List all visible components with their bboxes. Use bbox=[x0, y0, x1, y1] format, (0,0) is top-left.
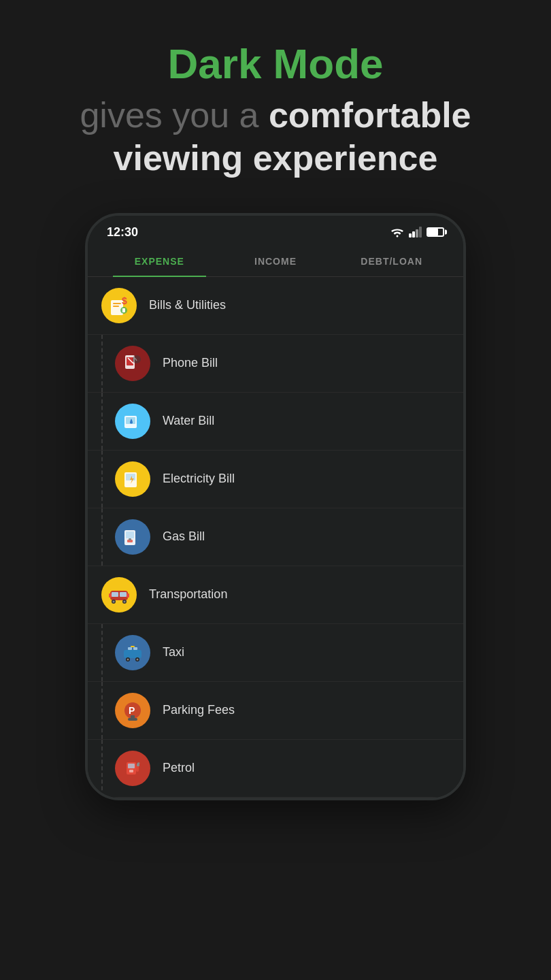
svg-rect-49 bbox=[137, 764, 139, 766]
tab-bar: EXPENSE INCOME DEBT/LOAN bbox=[88, 246, 463, 277]
tab-income[interactable]: INCOME bbox=[218, 246, 334, 276]
svg-rect-5 bbox=[113, 303, 121, 304]
list-item[interactable]: Electricity Bill bbox=[88, 451, 463, 508]
svg-rect-1 bbox=[412, 231, 415, 238]
svg-rect-6 bbox=[113, 306, 119, 307]
transportation-label: Transportation bbox=[149, 587, 227, 602]
tab-expense[interactable]: EXPENSE bbox=[101, 246, 218, 276]
svg-rect-40 bbox=[131, 646, 135, 647]
electricity-bill-label: Electricity Bill bbox=[163, 472, 235, 486]
svg-text:$: $ bbox=[122, 295, 127, 306]
water-bill-label: Water Bill bbox=[163, 414, 214, 428]
dark-mode-title: Dark Mode bbox=[27, 41, 524, 87]
svg-rect-31 bbox=[109, 593, 112, 598]
bills-utilities-label: Bills & Utilities bbox=[149, 298, 226, 312]
signal-icon bbox=[409, 227, 422, 238]
list-item[interactable]: Taxi bbox=[88, 624, 463, 682]
svg-rect-33 bbox=[124, 650, 141, 658]
svg-point-37 bbox=[127, 658, 129, 660]
expense-list: $ Bills & Utilities Phone bbox=[88, 277, 463, 798]
taxi-icon bbox=[115, 635, 150, 670]
list-item[interactable]: Phone Bill bbox=[88, 335, 463, 393]
svg-rect-2 bbox=[416, 229, 418, 238]
svg-rect-44 bbox=[131, 715, 135, 719]
svg-rect-34 bbox=[128, 647, 132, 650]
svg-rect-21 bbox=[126, 532, 134, 538]
status-icons bbox=[390, 227, 444, 238]
svg-point-39 bbox=[137, 658, 139, 660]
svg-rect-46 bbox=[128, 764, 135, 768]
petrol-label: Petrol bbox=[163, 761, 195, 775]
gas-bill-icon bbox=[115, 519, 150, 555]
svg-rect-26 bbox=[120, 592, 127, 597]
svg-rect-47 bbox=[129, 770, 133, 772]
petrol-icon bbox=[115, 751, 150, 786]
svg-rect-23 bbox=[129, 538, 131, 540]
status-bar: 12:30 bbox=[88, 216, 463, 246]
battery-icon bbox=[427, 227, 444, 237]
svg-rect-35 bbox=[133, 647, 137, 650]
header-section: Dark Mode gives you a comfortable viewin… bbox=[0, 0, 551, 199]
wifi-icon bbox=[390, 227, 405, 238]
svg-point-28 bbox=[113, 600, 115, 602]
svg-point-15 bbox=[133, 355, 141, 363]
list-item[interactable]: $ Bills & Utilities bbox=[88, 277, 463, 335]
phone-bill-icon bbox=[115, 346, 150, 381]
taxi-label: Taxi bbox=[163, 645, 184, 659]
tab-debt-loan[interactable]: DEBT/LOAN bbox=[333, 246, 450, 276]
svg-rect-32 bbox=[127, 593, 129, 598]
bills-utilities-icon: $ bbox=[101, 288, 137, 323]
svg-rect-3 bbox=[419, 227, 422, 238]
electricity-bill-icon bbox=[115, 461, 150, 497]
svg-rect-25 bbox=[112, 592, 118, 597]
subtitle-part1: gives you a bbox=[80, 95, 269, 135]
list-item[interactable]: Gas Bill bbox=[88, 508, 463, 566]
water-bill-icon bbox=[115, 404, 150, 439]
svg-text:P: P bbox=[129, 705, 135, 716]
list-item[interactable]: Petrol bbox=[88, 740, 463, 798]
phone-bill-label: Phone Bill bbox=[163, 356, 218, 370]
status-time: 12:30 bbox=[107, 225, 138, 240]
list-item[interactable]: P Parking Fees bbox=[88, 682, 463, 740]
list-item[interactable]: Water Bill bbox=[88, 393, 463, 451]
svg-rect-0 bbox=[409, 233, 412, 238]
subtitle: gives you a comfortable viewing experien… bbox=[27, 94, 524, 179]
phone-mockup: 12:30 EXPENSE INCOME bbox=[85, 213, 466, 800]
list-item[interactable]: Transportation bbox=[88, 566, 463, 624]
transportation-icon bbox=[101, 577, 137, 612]
parking-fees-icon: P bbox=[115, 693, 150, 728]
gas-bill-label: Gas Bill bbox=[163, 529, 205, 544]
parking-fees-label: Parking Fees bbox=[163, 703, 235, 717]
svg-rect-10 bbox=[122, 308, 125, 310]
svg-point-30 bbox=[124, 600, 126, 602]
